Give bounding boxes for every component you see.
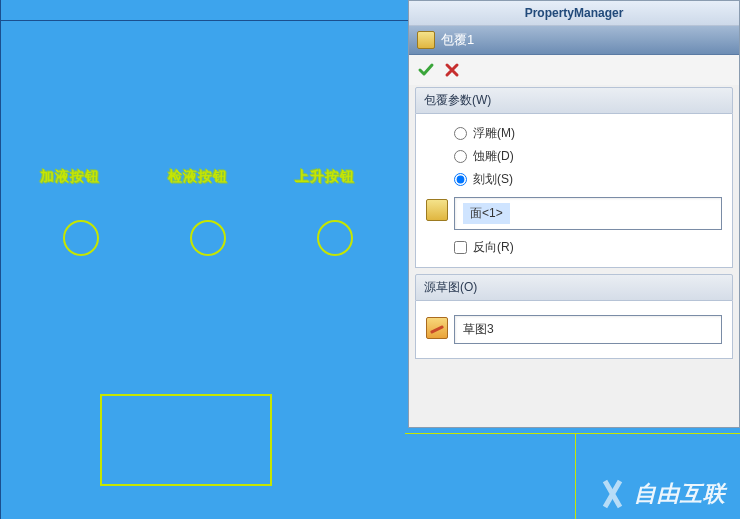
sketch-selection-box[interactable]: 草图3	[454, 315, 722, 344]
watermark-text: 自由互联	[634, 479, 726, 509]
sketch-selection-value: 草图3	[463, 322, 494, 336]
sketch-label-2: 检液按钮	[168, 168, 228, 186]
radio-deboss-label: 蚀雕(D)	[473, 148, 514, 165]
panel-subtitle-bar: 包覆1	[409, 26, 739, 55]
sketch-selection-row: 草图3	[426, 309, 722, 350]
source-sketch-group: 源草图(O) 草图3	[415, 274, 733, 359]
sketch-rectangle	[100, 394, 272, 486]
watermark-icon	[596, 481, 628, 507]
radio-scribe[interactable]: 刻划(S)	[426, 168, 722, 191]
wrap-feature-icon	[417, 31, 435, 49]
panel-title: PropertyManager	[409, 1, 739, 26]
radio-deboss-input[interactable]	[454, 150, 467, 163]
sketch-circle-1	[63, 220, 99, 256]
property-manager-panel: PropertyManager 包覆1 包覆参数(W) 浮雕(M) 蚀雕(D) …	[408, 0, 740, 428]
group-body-params: 浮雕(M) 蚀雕(D) 刻划(S) 面<1> 反向(R)	[415, 114, 733, 268]
radio-deboss[interactable]: 蚀雕(D)	[426, 145, 722, 168]
face-selection-box[interactable]: 面<1>	[454, 197, 722, 230]
radio-emboss[interactable]: 浮雕(M)	[426, 122, 722, 145]
reverse-checkbox[interactable]	[454, 241, 467, 254]
group-header-sketch[interactable]: 源草图(O)	[415, 274, 733, 301]
cancel-button[interactable]	[443, 61, 461, 79]
feature-name: 包覆1	[441, 31, 474, 49]
watermark: 自由互联	[596, 479, 726, 509]
sketch-circle-3	[317, 220, 353, 256]
sketch-selection-icon	[426, 317, 448, 339]
radio-scribe-input[interactable]	[454, 173, 467, 186]
ok-button[interactable]	[417, 61, 435, 79]
model-edge-left	[0, 0, 1, 519]
face-selection-value[interactable]: 面<1>	[463, 203, 510, 224]
reverse-label: 反向(R)	[473, 239, 514, 256]
sketch-label-3: 上升按钮	[295, 168, 355, 186]
sketch-label-1: 加液按钮	[40, 168, 100, 186]
radio-emboss-input[interactable]	[454, 127, 467, 140]
model-edge-b1	[405, 433, 740, 434]
group-body-sketch: 草图3	[415, 301, 733, 359]
radio-scribe-label: 刻划(S)	[473, 171, 513, 188]
face-selection-row: 面<1>	[426, 191, 722, 236]
reverse-checkbox-row[interactable]: 反向(R)	[426, 236, 722, 259]
panel-action-bar	[409, 55, 739, 85]
radio-emboss-label: 浮雕(M)	[473, 125, 515, 142]
model-edge-b2	[575, 433, 576, 519]
group-header-params[interactable]: 包覆参数(W)	[415, 87, 733, 114]
face-selection-icon	[426, 199, 448, 221]
wrap-params-group: 包覆参数(W) 浮雕(M) 蚀雕(D) 刻划(S) 面<1>	[415, 87, 733, 268]
sketch-circle-2	[190, 220, 226, 256]
